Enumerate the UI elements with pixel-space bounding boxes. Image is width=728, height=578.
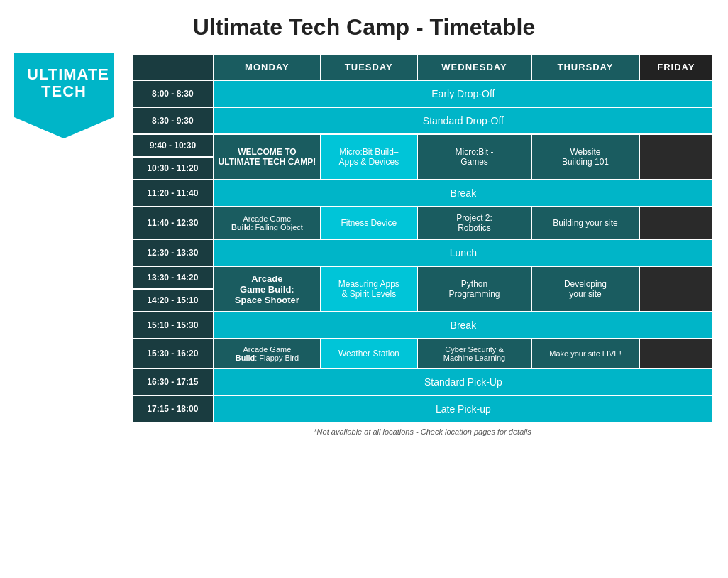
time-label: 8:30 - 9:30 [132,107,214,134]
late-pickup: Late Pick-up [214,396,713,422]
break-1: Break [214,180,713,207]
standard-pickup: Standard Pick-Up [214,369,713,396]
project2-robotics-cell: Project 2:Robotics [417,207,532,239]
friday-cell-3 [639,266,713,312]
cyber-security-cell: Cyber Security &Machine Learning [417,339,532,369]
header-tuesday: TUESDAY [321,54,417,80]
footnote: *Not available at all locations - Check … [131,427,714,436]
time-label: 12:30 - 13:30 [132,239,214,266]
table-row: 9:40 - 10:30 WELCOME TO ULTIMATE TECH CA… [132,134,713,157]
header-friday: FRIDAY [639,54,713,80]
header-wednesday: WEDNESDAY [417,54,532,80]
weather-station-cell: Weather Station [321,339,417,369]
standard-dropoff: Standard Drop-Off [214,107,713,134]
make-live-cell: Make your site LIVE! [531,339,639,369]
table-row: 11:40 - 12:30 Arcade GameBuild: Falling … [132,207,713,239]
logo-area: ULTIMATE TECH [14,53,131,138]
building-your-site-cell: Building your site [531,207,639,239]
microbit-build-cell: Micro:Bit Build–Apps & Devices [321,134,417,180]
python-programming-cell: PythonProgramming [417,266,532,312]
table-row: 13:30 - 14:20 ArcadeGame Build:Space Sho… [132,266,713,289]
break-2: Break [214,312,713,339]
header-monday: MONDAY [214,54,321,80]
time-label: 15:30 - 16:20 [132,339,214,369]
website-building-cell: WebsiteBuilding 101 [531,134,639,180]
time-label: 15:10 - 15:30 [132,312,214,339]
header-thursday: THURSDAY [531,54,639,80]
table-row: 12:30 - 13:30 Lunch [132,239,713,266]
time-label: 11:40 - 12:30 [132,207,214,239]
friday-cell-4 [639,339,713,369]
table-row: 11:20 - 11:40 Break [132,180,713,207]
table-row: 8:30 - 9:30 Standard Drop-Off [132,107,713,134]
time-label: 16:30 - 17:15 [132,369,214,396]
table-row: 8:00 - 8:30 Early Drop-Off [132,80,713,107]
flappy-bird-cell: Arcade GameBuild: Flappy Bird [214,339,321,369]
time-label: 14:20 - 15:10 [132,289,214,312]
logo-badge: ULTIMATE TECH [14,53,114,138]
time-label: 10:30 - 11:20 [132,157,214,180]
arcade-falling-cell: Arcade GameBuild: Falling Object [214,207,321,239]
page-title: Ultimate Tech Camp - Timetable [14,14,714,40]
fitness-device-cell: Fitness Device [321,207,417,239]
lunch: Lunch [214,239,713,266]
early-dropoff: Early Drop-Off [214,80,713,107]
friday-cell-1 [639,134,713,180]
space-shooter-cell: ArcadeGame Build:Space Shooter [214,266,321,312]
timetable: MONDAY TUESDAY WEDNESDAY THURSDAY FRIDAY… [131,53,714,436]
time-label: 8:00 - 8:30 [132,80,214,107]
friday-cell-2 [639,207,713,239]
developing-site-cell: Developingyour site [531,266,639,312]
table-row: 17:15 - 18:00 Late Pick-up [132,396,713,422]
time-label: 17:15 - 18:00 [132,396,214,422]
welcome-cell: WELCOME TO ULTIMATE TECH CAMP! [214,134,321,180]
table-row: 15:30 - 16:20 Arcade GameBuild: Flappy B… [132,339,713,369]
time-label: 11:20 - 11:40 [132,180,214,207]
time-label: 13:30 - 14:20 [132,266,214,289]
measuring-apps-cell: Measuring Apps& Spirit Levels [321,266,417,312]
header-empty [132,54,214,80]
table-row: 16:30 - 17:15 Standard Pick-Up [132,369,713,396]
table-row: 15:10 - 15:30 Break [132,312,713,339]
microbit-games-cell: Micro:Bit -Games [417,134,532,180]
time-label: 9:40 - 10:30 [132,134,214,157]
